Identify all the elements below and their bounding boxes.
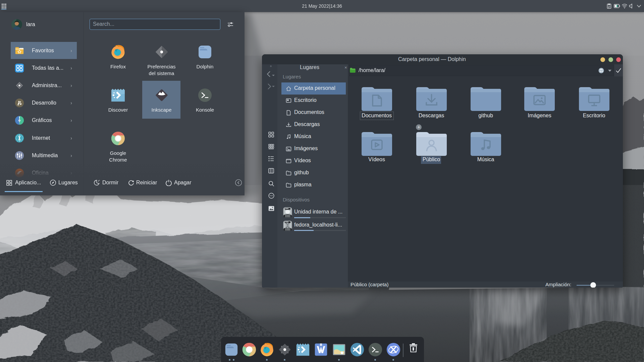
svg-text:z: z [99,179,100,181]
